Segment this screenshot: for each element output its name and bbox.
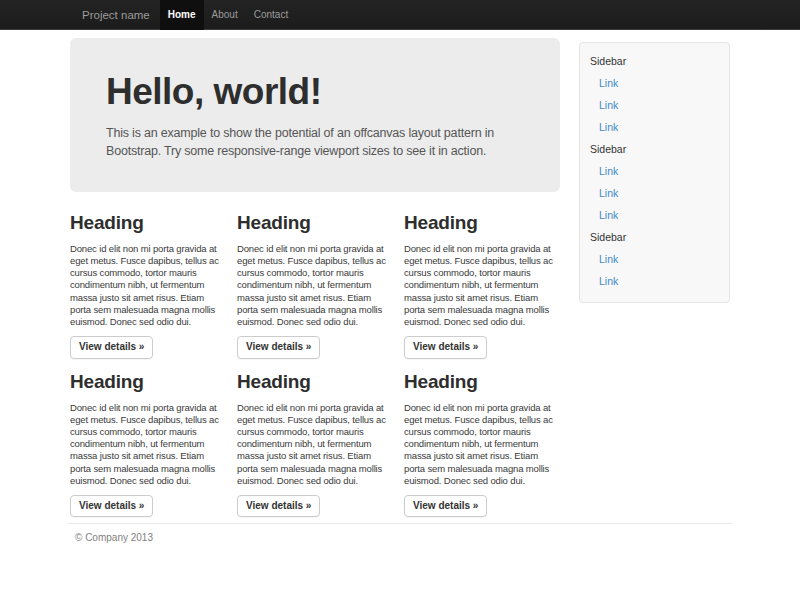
content-card: Heading Donec id elit non mi porta gravi… — [404, 371, 554, 518]
nav-item-home[interactable]: Home — [160, 0, 204, 30]
content-card: Heading Donec id elit non mi porta gravi… — [70, 371, 220, 518]
card-body-text: Donec id elit non mi porta gravida at eg… — [404, 243, 556, 328]
navbar-inner: Project name HomeAboutContact — [68, 0, 732, 30]
card-heading: Heading — [70, 371, 220, 394]
sidebar-group: Sidebar LinkLinkLink — [580, 138, 729, 226]
sidebar-link[interactable]: Link — [580, 94, 729, 116]
main-column: Hello, world! This is an example to show… — [68, 30, 560, 517]
page-title: Hello, world! — [106, 72, 520, 113]
content-card: Heading Donec id elit non mi porta gravi… — [70, 212, 220, 359]
view-details-button[interactable]: View details » — [404, 336, 487, 359]
card-row: Heading Donec id elit non mi porta gravi… — [70, 371, 560, 518]
jumbotron: Hello, world! This is an example to show… — [70, 38, 560, 192]
sidebar-group-label: Sidebar — [580, 50, 729, 72]
view-details-button[interactable]: View details » — [70, 336, 153, 359]
card-heading: Heading — [237, 371, 387, 394]
content-card: Heading Donec id elit non mi porta gravi… — [404, 212, 554, 359]
navbar-menu: HomeAboutContact — [160, 0, 296, 30]
footer: © Company 2013 — [68, 523, 732, 543]
footer-copyright: © Company 2013 — [75, 532, 732, 543]
sidebar-link[interactable]: Link — [580, 116, 729, 138]
sidebar-panel: Sidebar LinkLinkLink Sidebar LinkLinkLin… — [579, 42, 730, 303]
jumbotron-lead: This is an example to show the potential… — [106, 124, 520, 162]
card-body-text: Donec id elit non mi porta gravida at eg… — [237, 402, 389, 487]
sidebar-link[interactable]: Link — [580, 270, 729, 292]
view-details-button[interactable]: View details » — [404, 495, 487, 518]
sidebar-link[interactable]: Link — [580, 72, 729, 94]
content-row: Hello, world! This is an example to show… — [68, 30, 732, 517]
sidebar-group-label: Sidebar — [580, 138, 729, 160]
card-body-text: Donec id elit non mi porta gravida at eg… — [404, 402, 556, 487]
nav-item-about[interactable]: About — [204, 0, 246, 30]
card-body-text: Donec id elit non mi porta gravida at eg… — [237, 243, 389, 328]
card-heading: Heading — [70, 212, 220, 235]
sidebar-group: Sidebar LinkLinkLink — [580, 50, 729, 138]
card-body-text: Donec id elit non mi porta gravida at eg… — [70, 402, 222, 487]
content-card: Heading Donec id elit non mi porta gravi… — [237, 371, 387, 518]
card-heading: Heading — [404, 212, 554, 235]
sidebar-group-label: Sidebar — [580, 226, 729, 248]
card-heading: Heading — [237, 212, 387, 235]
nav-item-contact[interactable]: Contact — [246, 0, 296, 30]
view-details-button[interactable]: View details » — [237, 495, 320, 518]
card-body-text: Donec id elit non mi porta gravida at eg… — [70, 243, 222, 328]
card-row: Heading Donec id elit non mi porta gravi… — [70, 212, 560, 359]
page-container: Hello, world! This is an example to show… — [68, 30, 732, 543]
card-heading: Heading — [404, 371, 554, 394]
content-card: Heading Donec id elit non mi porta gravi… — [237, 212, 387, 359]
cards-grid: Heading Donec id elit non mi porta gravi… — [70, 212, 560, 517]
sidebar-link[interactable]: Link — [580, 204, 729, 226]
sidebar-link[interactable]: Link — [580, 160, 729, 182]
sidebar-group: Sidebar LinkLink — [580, 226, 729, 292]
navbar: Project name HomeAboutContact — [0, 0, 800, 30]
sidebar-link[interactable]: Link — [580, 248, 729, 270]
view-details-button[interactable]: View details » — [70, 495, 153, 518]
view-details-button[interactable]: View details » — [237, 336, 320, 359]
brand-link[interactable]: Project name — [68, 0, 160, 30]
sidebar-column: Sidebar LinkLinkLink Sidebar LinkLinkLin… — [579, 42, 730, 303]
sidebar-link[interactable]: Link — [580, 182, 729, 204]
